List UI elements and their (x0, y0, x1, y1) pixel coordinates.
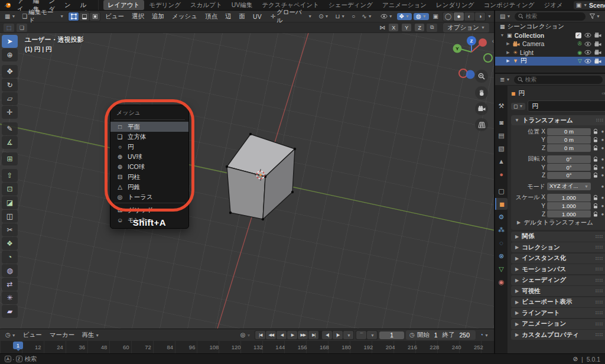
outliner-search-input[interactable] (525, 13, 582, 20)
tweak-select-tool[interactable]: ➤ (2, 35, 18, 48)
collection-checkbox[interactable]: ✓ (575, 32, 581, 38)
particles-tab[interactable]: ⁂ (495, 224, 508, 236)
value-field[interactable]: 1.000▼ (547, 194, 591, 202)
animate-dot[interactable]: ● (600, 129, 605, 134)
previous-keyframe-button[interactable]: ◀◀ (266, 331, 276, 339)
outliner-row-scene-collection[interactable]: ▦ シーンコレクション (495, 22, 605, 31)
properties-panel-header[interactable]: ▶ ラインアート ∷∷ (511, 308, 605, 318)
viewport-menu[interactable]: 辺 (222, 12, 235, 21)
timeline-editor-type-button[interactable]: ◷▼ (3, 332, 18, 339)
properties-editor-type-button[interactable]: ≣▼ (497, 76, 512, 83)
frame-step-dropdown[interactable]: ▼ (343, 331, 353, 339)
lock-icon[interactable] (593, 212, 599, 217)
workspace-tab[interactable]: アニメーション (378, 0, 431, 10)
perspective-toggle-button[interactable] (475, 118, 488, 131)
properties-panel-header[interactable]: ▶ シェーディング ∷∷ (511, 275, 605, 285)
play-button[interactable]: ▶ (287, 331, 297, 339)
expand-arrow-icon[interactable]: ▶ (506, 50, 510, 55)
bevel-tool[interactable]: ◪ (2, 196, 18, 209)
keying-icon[interactable]: ⌒ (356, 331, 366, 339)
value-field[interactable]: 0 m▼ (547, 136, 591, 144)
jump-to-start-button[interactable]: |◀ (255, 331, 265, 339)
value-field[interactable]: 0°▼ (547, 164, 591, 171)
lock-icon[interactable] (593, 195, 599, 200)
menu-item-uv-sphere[interactable]: ⊕UV球 (110, 152, 188, 162)
hide-eye-icon[interactable] (584, 41, 591, 47)
move-tool[interactable]: ✥ (2, 65, 18, 78)
workspace-tab[interactable]: ジオメ (539, 0, 567, 10)
viewport-menu[interactable]: 選択 (129, 12, 147, 21)
transform-tool[interactable]: ✛ (2, 106, 18, 119)
animate-dot[interactable]: ● (600, 203, 605, 209)
viewport-menu[interactable]: メッシュ (169, 12, 200, 21)
view-layer-tab[interactable]: ▧ (495, 142, 508, 154)
constraints-tab[interactable]: ⊗ (495, 250, 508, 262)
workspace-tab[interactable]: コンポジティング (479, 0, 539, 10)
timeline-menu[interactable]: ビュー (20, 330, 45, 340)
previous-frame-button[interactable]: ◀| (322, 331, 332, 339)
viewport-3d[interactable]: ユーザー・透視投影 (1) 円 | 円 ➤ ⊕ ✥ ↻ ▱ (0, 33, 494, 329)
object-tab[interactable]: ◼ (495, 198, 508, 210)
next-keyframe-button[interactable]: ▶▶ (298, 331, 308, 339)
play-reverse-button[interactable]: ◀ (277, 331, 287, 339)
output-tab[interactable]: ▤ (495, 129, 508, 141)
viewport-menu[interactable]: ビュー (102, 12, 127, 21)
mirror-axis-button[interactable]: Y (402, 24, 411, 31)
workspace-tab[interactable]: シェーディング (324, 0, 378, 10)
workspace-tab[interactable]: UV編集 (227, 0, 258, 10)
material-preview-button[interactable]: ◐ (464, 12, 474, 21)
tool-tab[interactable]: ⚒ (495, 100, 508, 112)
value-field[interactable]: 0 m▼ (547, 144, 591, 152)
end-frame-field[interactable]: 250 (457, 332, 472, 339)
loop-cut-tool[interactable]: ◫ (2, 210, 18, 223)
playback-sync-dropdown[interactable]: ◔▼ (477, 332, 491, 339)
blender-logo-icon[interactable] (4, 2, 12, 9)
workspace-tab[interactable]: モデリング (144, 0, 186, 10)
pan-hand-button[interactable] (475, 86, 488, 99)
render-camera-icon[interactable] (594, 32, 601, 38)
workspace-tab[interactable]: レンダリング (431, 0, 479, 10)
properties-search-input[interactable] (525, 76, 600, 83)
animate-dot[interactable]: ● (600, 184, 605, 189)
render-camera-icon[interactable] (594, 41, 601, 47)
outliner-search[interactable] (515, 12, 586, 21)
timeline-menu[interactable]: マーカー (47, 330, 78, 340)
add-cube-tool[interactable]: ⊞ (2, 152, 18, 165)
world-tab[interactable]: ● (495, 168, 508, 180)
outliner-row-light[interactable]: ▶ ☀ Light ◉ (495, 48, 605, 57)
value-field[interactable]: 1.000▼ (547, 202, 591, 210)
expand-arrow-icon[interactable]: ▼ (500, 33, 505, 37)
outliner-row-camera[interactable]: ▶ Camera ✇ (495, 40, 605, 48)
hide-eye-icon[interactable] (584, 32, 591, 38)
playback-menu[interactable]: 再生▼ (79, 330, 102, 340)
viewport-menu[interactable]: 追加 (149, 12, 167, 21)
shading-dropdown[interactable]: ▼ (487, 14, 492, 18)
animate-dot[interactable]: ● (600, 157, 605, 162)
annotate-tool[interactable]: ✎ (2, 122, 18, 135)
value-field[interactable]: 0°▼ (547, 155, 591, 163)
expand-arrow-icon[interactable]: ▶ (506, 58, 510, 63)
snap-dropdown[interactable]: ⊔▼ (333, 13, 348, 20)
animate-dot[interactable]: ● (600, 137, 605, 142)
render-tab[interactable]: ◙ (495, 116, 508, 128)
collection-tab[interactable]: ▢ (495, 185, 508, 197)
properties-panel-header[interactable]: ▶ 可視性 ∷∷ (511, 286, 605, 296)
lock-icon[interactable] (593, 173, 599, 178)
object-data-tab[interactable]: ▽ (495, 263, 508, 275)
scene-tab[interactable]: ▲ (495, 155, 508, 167)
gizmos-toggle[interactable]: ✥▼ (397, 13, 412, 20)
smooth-tool[interactable]: ◍ (2, 264, 18, 277)
animate-dot[interactable]: ● (600, 173, 605, 178)
menu-item-cube[interactable]: ❑立方体 (110, 132, 188, 142)
shear-tool[interactable]: ▰ (2, 305, 18, 318)
shrink-fatten-tool[interactable]: ✳ (2, 291, 18, 304)
menu-item-cone[interactable]: △円錐 (110, 182, 188, 192)
render-camera-icon[interactable] (594, 50, 601, 55)
hide-eye-icon[interactable] (584, 58, 591, 64)
poly-build-tool[interactable]: ❖ (2, 237, 18, 250)
wireframe-shading-button[interactable]: ◯ (443, 12, 453, 21)
outliner-row-collection[interactable]: ▼ ▣ Collection ✓ (495, 31, 605, 40)
properties-search[interactable] (514, 76, 603, 84)
extrude-region-tool[interactable]: ⇧ (2, 169, 18, 182)
value-field[interactable]: 1.000▼ (547, 210, 591, 218)
